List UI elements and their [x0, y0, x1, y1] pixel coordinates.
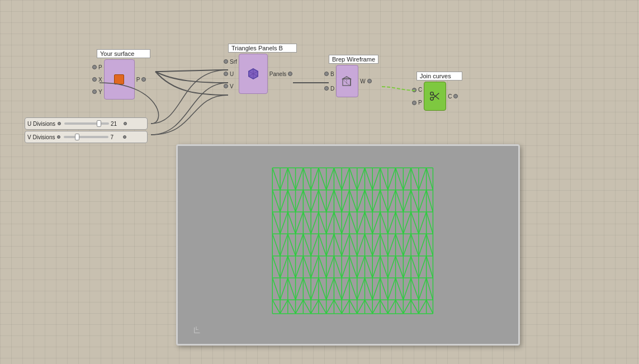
surface-port-x-dot [92, 77, 97, 82]
brep-node[interactable]: Brep Wireframe B D W [324, 55, 374, 97]
brep-icon [340, 74, 354, 88]
triangles-body[interactable] [239, 54, 268, 94]
brep-port-d-dot [324, 86, 329, 91]
v-divisions-track[interactable] [64, 136, 108, 138]
u-divisions-port-right [124, 122, 127, 125]
triangles-ports-left: Srf U V [224, 54, 239, 94]
brep-node-label: Brep Wireframe [329, 55, 378, 64]
surface-port-y-dot [92, 89, 97, 94]
surface-icon [114, 74, 124, 84]
svg-rect-14 [179, 146, 517, 344]
brep-port-w-dot [367, 79, 372, 83]
v-divisions-thumb[interactable] [75, 134, 79, 140]
triangles-port-u: U [224, 71, 239, 77]
brep-ports-right: W [358, 65, 371, 97]
v-divisions-value: 7 [110, 134, 121, 140]
brep-port-b-label: B [330, 71, 334, 77]
svg-text:L: L [196, 325, 199, 331]
join-ports-left: C P [412, 82, 424, 111]
brep-port-b-dot [324, 72, 329, 76]
surface-ports-left: P X Y [92, 59, 104, 100]
join-port-p: P [412, 100, 424, 106]
svg-line-8 [343, 79, 347, 83]
v-divisions-port-left [57, 135, 60, 139]
u-divisions-track[interactable] [64, 122, 109, 125]
triangles-port-srf: Srf [224, 59, 239, 65]
join-port-p-label: P [418, 100, 422, 106]
u-divisions-slider[interactable]: U Divisions 21 [25, 117, 148, 130]
v-divisions-label: V Divisions [27, 134, 57, 140]
surface-port-p-right-dot [141, 77, 146, 82]
surface-body[interactable] [104, 59, 135, 100]
triangles-port-srf-label: Srf [230, 59, 237, 65]
join-ports-right: C [446, 82, 458, 111]
brep-port-b: B [324, 71, 336, 77]
join-port-c-label: C [418, 87, 422, 93]
u-divisions-port-left [58, 122, 61, 125]
join-port-c-dot [412, 88, 416, 92]
join-port-c-right-dot [453, 94, 458, 98]
brep-ports-left: B D [324, 65, 336, 97]
surface-port-p-right-label: P [136, 77, 140, 83]
svg-line-9 [347, 83, 351, 86]
v-divisions-port-right [123, 135, 126, 139]
brep-port-w-right: W [358, 78, 371, 84]
surface-port-p-right: P [135, 77, 146, 83]
join-node-label: Join curves [416, 72, 462, 81]
triangles-ports-right: Panels [268, 54, 293, 94]
surface-port-y-label: Y [98, 89, 102, 95]
join-port-p-dot [412, 101, 416, 105]
surface-port-p-label: P [98, 64, 102, 70]
surface-port-p-dot [92, 65, 97, 69]
surface-port-x: X [92, 77, 104, 83]
u-divisions-label: U Divisions [27, 121, 58, 127]
surface-ports-right: P [135, 59, 146, 100]
triangles-port-v-label: V [230, 83, 234, 89]
surface-port-p: P [92, 64, 104, 70]
brep-port-d: D [324, 86, 336, 92]
u-divisions-value: 21 [111, 121, 122, 127]
preview-window: L [176, 144, 520, 346]
join-port-c: C [412, 87, 424, 93]
join-icon [429, 90, 441, 102]
triangles-port-panels-dot [288, 72, 292, 76]
surface-port-x-label: X [98, 77, 102, 83]
join-port-c-right-label: C [448, 93, 452, 100]
triangles-port-panels-right: Panels [268, 71, 293, 77]
join-body[interactable] [424, 82, 446, 111]
triangles-node-label: Triangles Panels B [228, 44, 297, 53]
join-node[interactable]: Join curves C P C [412, 72, 458, 111]
triangles-port-u-dot [224, 72, 228, 76]
surface-node-label: Your surface [97, 49, 150, 58]
triangles-icon [247, 68, 259, 80]
surface-port-y: Y [92, 89, 104, 95]
triangles-port-u-label: U [230, 71, 234, 77]
triangles-node[interactable]: Triangles Panels B Srf U V [224, 44, 292, 94]
v-divisions-slider[interactable]: V Divisions 7 [25, 131, 148, 143]
join-port-c-right: C [446, 93, 458, 100]
triangles-port-v: V [224, 83, 239, 89]
surface-node[interactable]: Your surface P X Y P [92, 49, 146, 100]
triangles-port-panels-label: Panels [269, 71, 287, 77]
triangles-port-srf-dot [224, 59, 228, 64]
brep-port-w-label: W [360, 78, 365, 84]
u-divisions-thumb[interactable] [97, 120, 101, 127]
brep-port-d-label: D [330, 86, 334, 92]
brep-body[interactable] [336, 65, 358, 97]
preview-canvas: L [178, 146, 518, 344]
triangles-port-v-dot [224, 84, 228, 88]
